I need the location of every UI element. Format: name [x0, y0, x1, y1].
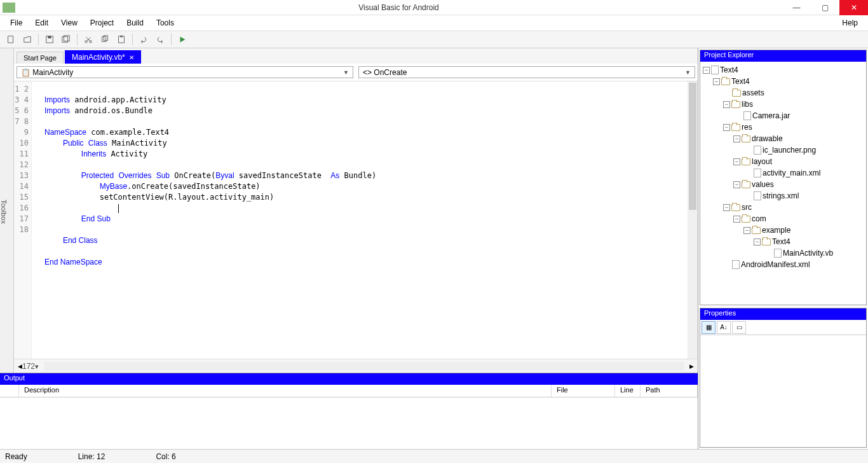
tree-label: MainActivity.vb — [783, 249, 833, 258]
new-file-button[interactable] — [4, 32, 18, 46]
tree-label: values — [752, 180, 774, 189]
col-file[interactable]: File — [552, 385, 615, 397]
output-panel: Output Description File Line Path — [0, 373, 698, 449]
menu-edit[interactable]: Edit — [30, 17, 53, 29]
save-button[interactable] — [43, 32, 57, 46]
tree-values[interactable]: −values — [702, 179, 865, 190]
tree-activity-main[interactable]: activity_main.xml — [702, 167, 865, 179]
folder-icon — [742, 216, 750, 223]
tree-label: Text4 — [772, 237, 790, 246]
tree-label: res — [742, 123, 752, 132]
status-line: Line: 12 — [78, 452, 105, 461]
col-description[interactable]: Description — [19, 385, 552, 397]
cut-button[interactable] — [81, 32, 95, 46]
copy-button[interactable] — [98, 32, 112, 46]
file-icon — [754, 169, 761, 177]
tree-example[interactable]: −example — [702, 225, 865, 236]
toolbar — [0, 31, 868, 48]
tree-label: ic_launcher.png — [763, 146, 816, 155]
tree-label: Text4 — [720, 66, 738, 74]
chevron-down-icon: ▼ — [685, 69, 691, 76]
properties-panel: Properties ▦ A↓ ▭ — [700, 308, 867, 448]
folder-icon — [731, 101, 740, 108]
menu-build[interactable]: Build — [121, 17, 149, 29]
open-button[interactable] — [20, 32, 34, 46]
status-bar: Ready Line: 12 Col: 6 — [0, 449, 868, 463]
code-editor[interactable]: 1 2 3 4 5 6 7 8 9 10 11 12 13 14 15 16 1… — [14, 81, 698, 359]
window-title: Visual Basic for Android — [15, 3, 782, 12]
tree-mainactivity-vb[interactable]: MainActivity.vb — [702, 247, 865, 259]
class-selector-value: MainActivity — [32, 68, 73, 77]
tree-label: layout — [752, 157, 772, 166]
vertical-scrollbar[interactable] — [688, 81, 698, 359]
method-selector[interactable]: <> OnCreate▼ — [358, 66, 695, 78]
status-col: Col: 6 — [156, 452, 175, 461]
tree-camera-jar[interactable]: Camera.jar — [702, 110, 865, 121]
tree-launcher[interactable]: ic_launcher.png — [702, 144, 865, 156]
tree-text4-pkg[interactable]: −Text4 — [702, 236, 865, 247]
tree-label: assets — [742, 88, 764, 97]
run-button[interactable] — [175, 32, 189, 46]
horizontal-scrollbar[interactable] — [44, 362, 684, 371]
tree-drawable[interactable]: −drawable — [702, 133, 865, 144]
menu-project[interactable]: Project — [85, 17, 119, 29]
menu-help[interactable]: Help — [837, 17, 863, 29]
tree-label: Camera.jar — [752, 111, 790, 120]
paste-button[interactable] — [114, 32, 128, 46]
tree-project[interactable]: −Text4 — [702, 76, 865, 87]
zoom-level: 172▾ — [22, 362, 39, 371]
status-ready: Ready — [5, 452, 27, 461]
col-path[interactable]: Path — [641, 385, 698, 397]
tab-start-page[interactable]: Start Page — [17, 52, 64, 64]
menu-view[interactable]: View — [56, 17, 83, 29]
tree-label: activity_main.xml — [763, 169, 820, 177]
tree-com[interactable]: −com — [702, 213, 865, 225]
folder-icon — [731, 124, 740, 131]
class-selector[interactable]: 📋 MainActivity▼ — [17, 66, 353, 78]
folder-icon — [742, 181, 750, 188]
tree-label: example — [762, 226, 790, 235]
close-button[interactable]: ✕ — [839, 0, 868, 15]
file-icon — [711, 66, 719, 74]
tree-assets[interactable]: assets — [702, 87, 865, 99]
tree-layout[interactable]: −layout — [702, 156, 865, 167]
props-categorized-button[interactable]: ▦ — [702, 321, 715, 334]
minimize-button[interactable]: — — [782, 0, 811, 15]
props-alpha-button[interactable]: A↓ — [717, 321, 731, 334]
props-pages-button[interactable]: ▭ — [732, 321, 746, 334]
folder-icon — [721, 78, 730, 85]
tree-src[interactable]: −src — [702, 202, 865, 213]
project-explorer-title: Project Explorer — [700, 50, 866, 62]
tree-label: com — [752, 214, 766, 223]
folder-icon — [742, 135, 750, 142]
folder-icon — [752, 227, 761, 234]
undo-button[interactable] — [137, 32, 151, 46]
output-body — [0, 397, 698, 449]
svg-rect-2 — [48, 36, 51, 39]
tree-libs[interactable]: −libs — [702, 99, 865, 110]
save-all-button[interactable] — [59, 32, 73, 46]
tree-root[interactable]: −Text4 — [702, 64, 865, 76]
tab-main-activity[interactable]: MainActivity.vb*✕ — [65, 50, 141, 64]
tree-manifest[interactable]: AndroidManifest.xml — [702, 259, 865, 270]
toolbox-tab[interactable]: Toolbox — [0, 48, 14, 373]
tab-close-icon[interactable]: ✕ — [129, 54, 134, 61]
svg-rect-0 — [8, 36, 13, 43]
redo-button[interactable] — [153, 32, 167, 46]
folder-icon — [762, 238, 771, 245]
folder-icon — [742, 158, 750, 165]
properties-title: Properties — [700, 308, 866, 320]
project-explorer: Project Explorer −Text4 −Text4 assets −l… — [700, 50, 867, 305]
code-content[interactable]: Imports android.app.Activity Imports and… — [32, 81, 698, 359]
file-icon — [743, 111, 751, 120]
tree-strings[interactable]: strings.xml — [702, 190, 865, 202]
menu-tools[interactable]: Tools — [151, 17, 179, 29]
menu-file[interactable]: File — [5, 17, 27, 29]
tree-res[interactable]: −res — [702, 121, 865, 133]
maximize-button[interactable]: ▢ — [811, 0, 839, 15]
title-bar: Visual Basic for Android — ▢ ✕ — [0, 0, 868, 15]
col-line[interactable]: Line — [615, 385, 641, 397]
method-selector-value: OnCreate — [374, 68, 407, 77]
file-icon — [732, 260, 740, 269]
output-title: Output — [0, 373, 698, 385]
